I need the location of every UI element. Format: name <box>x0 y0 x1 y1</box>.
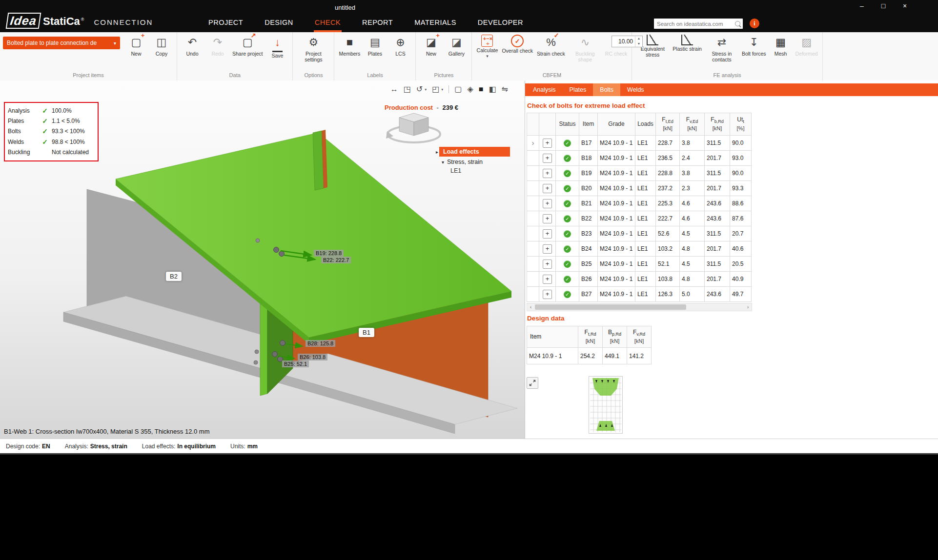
row-expand-chevron-icon[interactable] <box>527 181 539 196</box>
connection-type-dropdown[interactable]: Bolted plate to plate connection de▾ <box>3 37 120 49</box>
tree-item-stress-strain[interactable]: Stress, strain <box>447 159 483 165</box>
menu-item-design[interactable]: DESIGN <box>264 15 294 32</box>
expand-preview-button[interactable] <box>527 377 538 389</box>
render-mode-icon[interactable]: ◧ <box>489 84 496 94</box>
status-pass-icon: ✓ <box>564 155 571 162</box>
column-header-label: Item <box>583 121 594 127</box>
view-axonometry-icon[interactable]: ◈ <box>467 84 473 94</box>
menu-item-check[interactable]: CHECK <box>314 15 342 32</box>
cell-value: 222.7 <box>656 211 680 226</box>
row-expand-plus-button[interactable]: + <box>543 184 552 193</box>
row-expand-chevron-icon[interactable] <box>527 196 539 211</box>
zoom-fit-icon[interactable]: ◳ <box>404 84 411 94</box>
column-header: Loads <box>635 113 656 136</box>
search-input[interactable] <box>654 21 735 27</box>
ribbon-group-label: Data <box>177 71 292 80</box>
undo-button[interactable]: ↶Undo <box>180 34 204 71</box>
spinner-down-icon[interactable]: ▼ <box>635 41 642 47</box>
search-box[interactable] <box>654 19 743 29</box>
tab-welds[interactable]: Welds <box>620 83 651 96</box>
scale-spinner[interactable]: 10.00 ▲▼ <box>612 36 643 47</box>
chevron-down-icon[interactable]: ▾ <box>441 87 443 92</box>
row-expand-plus-button[interactable]: + <box>543 244 552 254</box>
row-expand-plus-button[interactable]: + <box>543 229 552 239</box>
picture-new-button[interactable]: ◪+New <box>419 34 443 71</box>
strain-check-button[interactable]: %✓Strain check <box>535 34 567 71</box>
spinner-up-icon[interactable]: ▲ <box>635 36 642 41</box>
save-button[interactable]: ↓Save <box>265 34 289 71</box>
row-expand-chevron-icon[interactable] <box>527 151 539 166</box>
row-expand-plus-button[interactable]: + <box>543 214 552 223</box>
measure-icon[interactable]: ↔ <box>390 84 398 94</box>
row-expand-plus-button[interactable]: + <box>543 275 552 284</box>
chevron-down-icon[interactable]: ▾ <box>425 87 427 92</box>
scrollbar-thumb[interactable] <box>535 304 686 310</box>
viewport-3d[interactable]: Analysis✓100.0%Plates✓1.1 < 5.0%Bolts✓93… <box>0 80 525 439</box>
fe-mesh-preview <box>589 376 623 434</box>
scrollbar-track[interactable] <box>534 304 744 310</box>
gallery-button[interactable]: ◪Gallery <box>444 34 469 71</box>
minimize-button[interactable]: – <box>856 2 868 10</box>
menu-item-developer[interactable]: DEVELOPER <box>477 15 524 32</box>
bolt-label-b25: B25: 52.1 <box>282 360 309 367</box>
beam-label-b2[interactable]: B2 <box>166 272 182 281</box>
view-front-icon[interactable]: ▢ <box>454 84 462 94</box>
row-expand-plus-button[interactable]: + <box>543 154 552 163</box>
table-row: +✓B20M24 10.9 - 1LE1237.22.3201.793.3 <box>527 181 752 196</box>
stress-in-contacts-button[interactable]: ⇄Stress in contacts <box>704 34 739 71</box>
plates-button[interactable]: ▤Plates <box>363 34 387 71</box>
project-settings-button[interactable]: ⚙Project settings <box>296 34 331 71</box>
spinner-arrows[interactable]: ▲▼ <box>635 36 642 47</box>
tab-plates[interactable]: Plates <box>563 83 593 96</box>
menu-item-report[interactable]: REPORT <box>361 15 394 32</box>
row-expand-chevron-icon[interactable] <box>527 211 539 226</box>
plastic-strain-button[interactable]: Plastic strain <box>671 34 703 71</box>
row-expand-plus-button[interactable]: + <box>543 260 552 269</box>
row-expand-chevron-icon[interactable] <box>527 166 539 181</box>
main-menu: PROJECTDESIGNCHECKREPORTMATERIALSDEVELOP… <box>207 15 524 32</box>
tab-analysis[interactable]: Analysis <box>526 83 563 96</box>
members-button[interactable]: ■Members <box>337 34 362 71</box>
tab-bolts[interactable]: Bolts <box>593 83 620 96</box>
bolt-forces-button[interactable]: ↧Bolt forces <box>740 34 768 71</box>
share-project-button[interactable]: ▢↗Share project <box>231 34 264 71</box>
info-button[interactable]: i <box>750 19 759 28</box>
mesh-button[interactable]: ▦Mesh <box>769 34 793 71</box>
tree-collapse-icon[interactable]: ▸ <box>436 149 438 155</box>
view-solid-icon[interactable]: ■ <box>479 84 484 94</box>
result-preview-thumbnail[interactable] <box>589 376 623 436</box>
section-view-icon[interactable]: ◰ <box>432 84 439 94</box>
scroll-left-icon[interactable]: ‹ <box>527 304 534 310</box>
row-expand-chevron-icon[interactable] <box>527 226 539 241</box>
tree-root-load-effects[interactable]: Load effects <box>439 147 510 157</box>
nav-cube[interactable] <box>386 113 440 142</box>
row-expand-chevron-icon[interactable] <box>527 257 539 272</box>
gallery-icon: ◪ <box>451 35 462 50</box>
lcs-button[interactable]: ⊕LCS <box>388 34 412 71</box>
row-expand-chevron-icon[interactable] <box>527 272 539 287</box>
overall-check-button[interactable]: ✓Overall check <box>500 34 534 71</box>
row-expand-plus-button[interactable]: + <box>543 169 552 178</box>
tree-item-le1[interactable]: LE1 <box>436 167 510 174</box>
calculate-button[interactable]: +−×÷Calculate▾ <box>475 34 499 71</box>
new-project-button[interactable]: ▢+New <box>124 34 148 71</box>
row-expand-chevron-icon[interactable] <box>527 241 539 257</box>
scroll-right-icon[interactable]: › <box>744 304 752 310</box>
mirror-view-icon[interactable]: ⇋ <box>502 84 508 94</box>
beam-label-b1[interactable]: B1 <box>359 328 374 337</box>
row-expand-plus-button[interactable]: + <box>543 199 552 208</box>
row-expand-chevron-icon[interactable]: › <box>527 136 539 151</box>
copy-project-button[interactable]: ◫Copy <box>149 34 174 71</box>
menu-item-materials[interactable]: MATERIALS <box>413 15 457 32</box>
chevron-down-icon[interactable]: ▾ <box>442 160 444 165</box>
search-icon[interactable] <box>735 21 740 26</box>
rotate-view-icon[interactable]: ↺ <box>416 84 423 94</box>
row-expand-plus-button[interactable]: + <box>543 290 552 299</box>
row-expand-plus-button[interactable]: + <box>543 139 552 148</box>
close-button[interactable]: × <box>898 2 911 10</box>
bolt-table-scrollbar[interactable]: ‹ › <box>527 303 752 311</box>
maximize-button[interactable]: □ <box>877 2 890 10</box>
row-expand-chevron-icon[interactable] <box>527 287 539 302</box>
new-project-label: New <box>131 51 141 57</box>
menu-item-project[interactable]: PROJECT <box>207 15 244 32</box>
